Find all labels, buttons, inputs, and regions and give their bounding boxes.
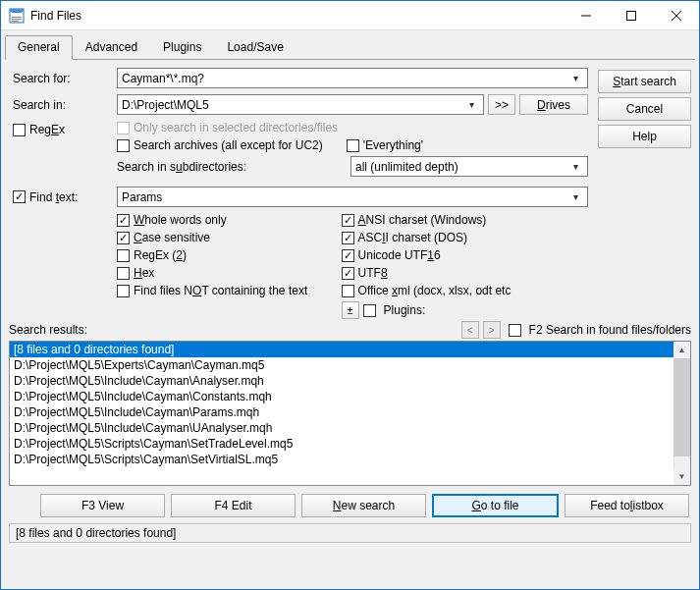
window-controls (564, 1, 699, 29)
next-result-button[interactable]: > (483, 321, 501, 339)
edit-button[interactable]: F4 Edit (171, 494, 296, 517)
tab-plugins[interactable]: Plugins (150, 35, 214, 60)
plugins-plusminus-button[interactable]: ± (342, 301, 359, 319)
tab-advanced[interactable]: Advanced (73, 35, 150, 60)
utf8-checkbox[interactable] (342, 267, 354, 280)
whole-words-label: Whole words only (134, 213, 227, 227)
find-text-input[interactable]: Params ▾ (117, 187, 588, 207)
f2-label: F2 Search in found files/folders (529, 323, 691, 337)
archives-option: Search archives (all except for UC2) (117, 138, 323, 152)
form-body: Search for: Cayman*\*.mq? ▾ Search in: D… (1, 60, 699, 319)
chevron-down-icon[interactable]: ▾ (567, 161, 583, 172)
hex-checkbox[interactable] (117, 267, 130, 280)
case-sensitive-label: Case sensitive (134, 231, 210, 244)
regex2-checkbox[interactable] (117, 249, 130, 262)
result-item[interactable]: D:\Project\MQL5\Include\Cayman\UAnalyser… (10, 420, 690, 436)
goto-file-button[interactable]: Go to file (432, 494, 559, 517)
ascii-checkbox[interactable] (342, 232, 354, 244)
whole-words-checkbox[interactable] (117, 214, 130, 227)
plugins-label: Plugins: (384, 303, 426, 317)
result-item[interactable]: D:\Project\MQL5\Include\Cayman\Analyser.… (10, 373, 690, 389)
result-item[interactable]: D:\Project\MQL5\Scripts\Cayman\SetTradeL… (10, 436, 690, 452)
ascii-label: ASCII charset (DOS) (358, 231, 467, 244)
status-text: [8 files and 0 directories found] (16, 526, 176, 540)
start-search-button[interactable]: Start search (598, 70, 691, 93)
prev-result-button[interactable]: < (461, 321, 479, 339)
options-right-col: ANSI charset (Windows) ASCII charset (DO… (342, 213, 588, 319)
titlebar: Find Files (1, 1, 699, 30)
result-item[interactable]: D:\Project\MQL5\Scripts\Cayman\SetVirtia… (10, 452, 690, 467)
cancel-button[interactable]: Cancel (598, 97, 691, 121)
utf16-label: Unicode UTF16 (358, 248, 441, 262)
scroll-thumb[interactable] (673, 358, 690, 456)
subdirs-label: Search in subdirectories: (117, 160, 343, 174)
help-button[interactable]: Help (598, 125, 691, 148)
window-title: Find Files (30, 9, 564, 23)
form-area: Search for: Cayman*\*.mq? ▾ Search in: D… (9, 68, 588, 319)
chevron-down-icon[interactable]: ▾ (463, 99, 479, 110)
feed-listbox-button[interactable]: Feed to listbox (565, 494, 689, 517)
office-xml-checkbox[interactable] (342, 285, 354, 297)
find-text-label: Find text: (29, 190, 78, 204)
result-item[interactable]: D:\Project\MQL5\Experts\Cayman\Cayman.mq… (10, 357, 690, 373)
subdirs-select[interactable]: all (unlimited depth) ▾ (350, 156, 588, 177)
case-sensitive-checkbox[interactable] (117, 232, 130, 244)
tab-general[interactable]: General (5, 35, 73, 60)
regex-checkbox[interactable] (13, 124, 26, 136)
search-in-label: Search in: (9, 98, 117, 112)
side-buttons: Start search Cancel Help (598, 68, 691, 319)
everything-option: 'Everything' (347, 138, 423, 152)
result-item[interactable]: D:\Project\MQL5\Include\Cayman\Constants… (10, 389, 690, 404)
everything-checkbox[interactable] (347, 139, 359, 152)
f2-checkbox[interactable] (509, 324, 521, 337)
search-for-input[interactable]: Cayman*\*.mq? ▾ (117, 68, 588, 88)
plugins-checkbox[interactable] (363, 304, 376, 317)
svg-rect-3 (12, 17, 22, 18)
tab-strip: General Advanced Plugins Load/Save (1, 30, 699, 59)
not-containing-checkbox[interactable] (117, 285, 130, 297)
options-stack: Only search in selected directories/file… (117, 121, 588, 177)
ansi-label: ANSI charset (Windows) (358, 213, 487, 227)
tab-loadsave[interactable]: Load/Save (214, 35, 296, 60)
utf16-checkbox[interactable] (342, 249, 354, 262)
scroll-down-arrow[interactable]: ▼ (673, 468, 690, 485)
svg-rect-4 (12, 19, 22, 20)
svg-rect-5 (12, 21, 19, 22)
find-text-value: Params (122, 190, 162, 204)
results-label: Search results: (9, 323, 87, 337)
row-regex-options: RegEx Only search in selected directorie… (9, 121, 588, 177)
hex-label: Hex (134, 266, 154, 280)
row-find-text: Find text: Params ▾ (9, 187, 588, 207)
window: Find Files General Advanced Plugins Load… (0, 0, 700, 590)
search-in-value: D:\Project\MQL5 (122, 98, 209, 112)
row-search-for: Search for: Cayman*\*.mq? ▾ (9, 68, 588, 88)
find-text-checkbox[interactable] (13, 190, 26, 203)
options-left-col: Whole words only Case sensitive RegEx (2… (117, 213, 342, 319)
office-xml-label: Office xml (docx, xlsx, odt etc (358, 284, 512, 297)
result-item[interactable]: D:\Project\MQL5\Include\Cayman\Params.mq… (10, 404, 690, 420)
close-button[interactable] (654, 1, 699, 29)
minimize-button[interactable] (564, 1, 609, 29)
not-containing-label: Find files NOT containing the text (134, 284, 307, 297)
view-button[interactable]: F3 View (40, 494, 165, 517)
scrollbar[interactable]: ▲ ▼ (673, 342, 690, 485)
row-search-in: Search in: D:\Project\MQL5 ▾ >> Drives (9, 94, 588, 115)
new-search-button[interactable]: New search (301, 494, 426, 517)
results-list[interactable]: [8 files and 0 directories found] D:\Pro… (9, 341, 691, 486)
maximize-button[interactable] (609, 1, 654, 29)
drives-button[interactable]: Drives (519, 94, 588, 115)
app-icon (9, 8, 25, 24)
archives-checkbox[interactable] (117, 139, 130, 152)
chevron-down-icon[interactable]: ▾ (567, 191, 583, 202)
search-for-label: Search for: (9, 72, 117, 85)
svg-rect-7 (627, 11, 636, 20)
results-summary-line[interactable]: [8 files and 0 directories found] (10, 342, 690, 357)
results-header: Search results: < > F2 Search in found f… (1, 319, 699, 341)
scroll-up-arrow[interactable]: ▲ (673, 342, 690, 358)
regex-option: RegEx (9, 121, 117, 136)
ansi-checkbox[interactable] (342, 214, 354, 227)
search-in-input[interactable]: D:\Project\MQL5 ▾ (117, 94, 484, 115)
only-selected-option: Only search in selected directories/file… (117, 121, 588, 134)
expand-button[interactable]: >> (488, 94, 515, 115)
chevron-down-icon[interactable]: ▾ (567, 73, 583, 83)
